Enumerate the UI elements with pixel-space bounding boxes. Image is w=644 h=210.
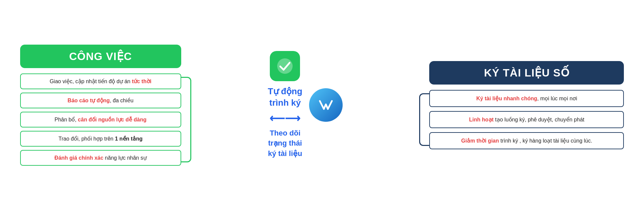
vbee-logo-icon [309, 88, 343, 122]
left-header: CÔNG VIỆC [20, 45, 181, 68]
left-item-5: Đánh giá chính xác năng lực nhân sự [20, 150, 181, 166]
left-item-5-highlight: Đánh giá chính xác [54, 155, 103, 161]
main-container: CÔNG VIỆC Giao việc, cập nhật tiến độ dự… [20, 8, 624, 202]
center-text-bottom: Theo dõi trạng thái ký tài liệu [268, 128, 302, 159]
right-arrow-icon: ⟶ [285, 112, 300, 125]
left-section: CÔNG VIỆC Giao việc, cập nhật tiến độ dự… [20, 45, 181, 166]
left-arrow-icon: ⟵ [269, 112, 285, 125]
right-item-1: Ký tài liệu nhanh chóng, mọi lúc mọi nơi [429, 90, 624, 107]
right-item-1-highlight: Ký tài liệu nhanh chóng [476, 96, 537, 101]
left-item-2: Báo cáo tự động, đa chiều [20, 93, 181, 108]
left-bracket [181, 77, 191, 162]
left-item-2-highlight: Báo cáo tự động [67, 98, 110, 103]
right-header-text: KÝ TÀI LIỆU SỐ [484, 67, 569, 79]
left-item-4: Trao đổi, phối hợp trên 1 nền tảng [20, 131, 181, 147]
right-item-3-highlight: Giảm thời gian [461, 138, 499, 144]
left-header-text: CÔNG VIỆC [69, 50, 132, 62]
green-check-icon [270, 51, 300, 81]
right-item-2-highlight: Linh hoạt [469, 117, 494, 122]
right-bracket [419, 93, 429, 146]
middle-icons: Tự độngtrình ký ⟵ ⟶ Theo dõi trạng thái … [268, 51, 343, 159]
center-text-top: Tự độngtrình ký [268, 86, 302, 109]
left-item-1-highlight: tức thời [132, 78, 151, 84]
right-item-2: Linh hoạt tạo luồng ký, phê duyệt, chuyể… [429, 111, 624, 128]
right-section: KÝ TÀI LIỆU SỐ Ký tài liệu nhanh chóng, … [429, 61, 624, 149]
left-item-1: Giao việc, cập nhật tiến độ dự án tức th… [20, 73, 181, 89]
left-item-4-highlight: 1 nền tảng [115, 136, 142, 142]
right-item-3: Giảm thời gian trình ký , ký hàng loạt t… [429, 132, 624, 149]
right-items-container: Ký tài liệu nhanh chóng, mọi lúc mọi nơi… [429, 90, 624, 149]
left-item-3-highlight: cân đối nguồn lực dễ dàng [78, 117, 146, 122]
left-item-3: Phân bổ, cân đối nguồn lực dễ dàng [20, 112, 181, 127]
arrows-row: ⟵ ⟶ [269, 112, 300, 125]
left-items-container: Giao việc, cập nhật tiến độ dự án tức th… [20, 73, 181, 166]
right-header: KÝ TÀI LIỆU SỐ [429, 61, 624, 85]
